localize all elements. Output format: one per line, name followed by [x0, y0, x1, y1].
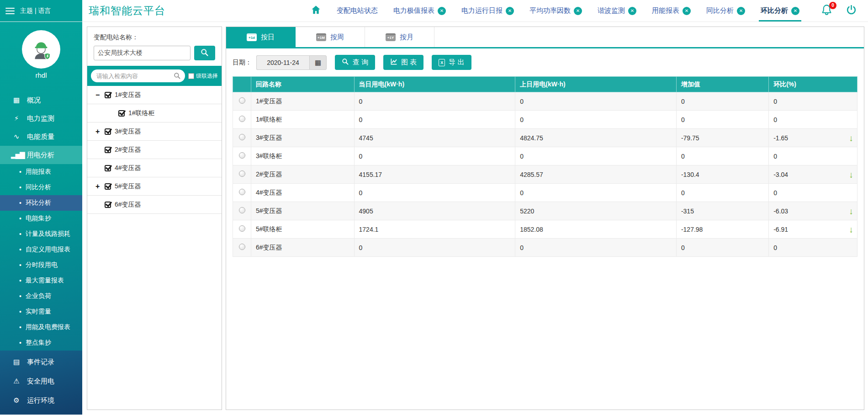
- sidebar-main-item[interactable]: ⚡ 电力监测: [0, 109, 82, 128]
- avatar[interactable]: [22, 30, 60, 69]
- sidebar-main-item[interactable]: ▂▅▇ 用电分析: [0, 146, 82, 164]
- sidebar-sub-item[interactable]: 企业负荷: [0, 288, 82, 304]
- tree-expander-icon[interactable]: +: [95, 128, 105, 136]
- hamburger-menu-icon[interactable]: [5, 8, 15, 14]
- home-button[interactable]: [311, 0, 321, 21]
- row-radio-button[interactable]: [239, 97, 245, 104]
- column-ratio: 环比(%): [769, 77, 857, 92]
- sidebar-main-item[interactable]: ▦ 概况: [0, 91, 82, 109]
- close-icon[interactable]: [574, 7, 582, 15]
- sidebar-sub-item[interactable]: 用能报表: [0, 164, 82, 180]
- cell-delta: -79.75: [676, 129, 768, 147]
- close-icon[interactable]: [737, 7, 745, 15]
- cell-ratio: 0: [769, 92, 857, 111]
- cell-ratio: 0: [769, 239, 857, 257]
- sidebar-bottom-item[interactable]: ▤ 事件记录: [0, 352, 82, 372]
- date-input[interactable]: 2020-11-24: [256, 55, 309, 70]
- tree-node[interactable]: − 1#变压器: [87, 86, 222, 104]
- close-icon[interactable]: [791, 7, 799, 15]
- tree-checkbox-checked-icon[interactable]: [118, 110, 125, 117]
- bell-icon: [820, 10, 833, 17]
- tree-checkbox-checked-icon[interactable]: [105, 165, 111, 171]
- sidebar-bottom-item[interactable]: ⚙ 运行环境: [0, 391, 82, 410]
- close-icon[interactable]: [506, 7, 514, 15]
- down-arrow-icon: [849, 225, 854, 234]
- cascade-checkbox[interactable]: [188, 73, 194, 79]
- tree-checkbox-checked-icon[interactable]: [105, 202, 111, 208]
- tree-node[interactable]: + 3#变压器: [87, 122, 222, 141]
- sidebar-sub-item[interactable]: 电能集抄: [0, 211, 82, 226]
- theme-language-menu[interactable]: 主题 | 语言: [20, 7, 51, 15]
- row-radio-button[interactable]: [239, 116, 245, 122]
- sidebar-bottom-section: ▤ 事件记录 ⚠ 安全用电 ⚙ 运行环境: [0, 351, 82, 415]
- row-radio-button[interactable]: [239, 134, 245, 140]
- tree-node[interactable]: 6#变压器: [87, 196, 222, 214]
- topbar: 主题 | 语言 瑞和智能云平台 变配电站状态 电力极值报表 电力运行日报: [0, 0, 868, 22]
- cell-delta: 0: [676, 92, 768, 111]
- row-radio-button[interactable]: [239, 170, 245, 177]
- sidebar-sub-item[interactable]: 整点集抄: [0, 335, 82, 351]
- row-radio-button[interactable]: [239, 152, 245, 159]
- sidebar-sub-item[interactable]: 计量及线路损耗: [0, 226, 82, 242]
- cell-ratio: -6.03: [769, 202, 857, 220]
- page-title: 瑞和智能云平台: [89, 0, 165, 21]
- station-search-button[interactable]: [194, 46, 215, 60]
- cell-circuit-name: 6#变压器: [251, 239, 355, 257]
- period-tab[interactable]: +1M 按周: [296, 27, 365, 47]
- nav-tab[interactable]: 平均功率因数: [529, 0, 582, 21]
- nav-tab[interactable]: 环比分析: [761, 0, 799, 21]
- cell-delta: -127.98: [676, 220, 768, 239]
- period-tab[interactable]: +1d 按日: [226, 27, 296, 47]
- tree-checkbox-checked-icon[interactable]: [105, 92, 111, 98]
- chart-button[interactable]: 图 表: [383, 55, 423, 70]
- tree-node[interactable]: + 5#变压器: [87, 177, 222, 196]
- sidebar-sub-item[interactable]: 环比分析: [0, 195, 82, 211]
- period-tab[interactable]: +1Y 按月: [365, 27, 434, 47]
- nav-tab-label: 电力极值报表: [393, 6, 434, 15]
- tree-checkbox-checked-icon[interactable]: [105, 183, 111, 190]
- close-icon[interactable]: [438, 7, 446, 15]
- sidebar-sub-item[interactable]: 最大需量报表: [0, 273, 82, 288]
- sidebar-sub-item-label: 电能集抄: [26, 214, 51, 223]
- nav-tab[interactable]: 电力运行日报: [461, 0, 514, 21]
- date-picker-button[interactable]: ▦: [309, 55, 327, 70]
- topbar-actions: 0: [820, 0, 868, 21]
- nav-tab[interactable]: 同比分析: [706, 0, 745, 21]
- cell-delta: 0: [676, 239, 768, 257]
- nav-tab[interactable]: 谐波监测: [598, 0, 636, 21]
- sidebar-sub-item[interactable]: 用能及电费报表: [0, 319, 82, 335]
- tree-node[interactable]: 2#变压器: [87, 141, 222, 159]
- logout-button[interactable]: [846, 4, 857, 17]
- tree-expander-icon[interactable]: +: [95, 182, 105, 191]
- row-radio-button[interactable]: [239, 189, 245, 195]
- tree-search-input[interactable]: [91, 69, 185, 82]
- tree-checkbox-checked-icon[interactable]: [105, 147, 111, 153]
- table-row: 3#联络柜 0 0 0 0: [233, 147, 857, 165]
- tree-expander-icon[interactable]: −: [95, 91, 105, 99]
- sidebar-sub-item[interactable]: 自定义用电报表: [0, 242, 82, 257]
- close-icon[interactable]: [628, 7, 636, 15]
- close-icon[interactable]: [683, 7, 691, 15]
- export-button[interactable]: X 导 出: [432, 55, 471, 70]
- nav-tab[interactable]: 用能报表: [652, 0, 691, 21]
- nav-tab[interactable]: 变配电站状态: [337, 0, 378, 21]
- row-radio-button[interactable]: [239, 207, 245, 213]
- station-name-input[interactable]: [94, 46, 191, 60]
- notifications-button[interactable]: 0: [820, 4, 833, 18]
- row-radio-button[interactable]: [239, 244, 245, 250]
- cascade-select-toggle[interactable]: 级联选择: [188, 72, 218, 80]
- sidebar-bottom-item[interactable]: ⚠ 安全用电: [0, 372, 82, 391]
- sidebar-sub-item[interactable]: 分时段用电: [0, 257, 82, 273]
- query-button[interactable]: 查 询: [335, 55, 375, 70]
- sidebar-sub-item[interactable]: 同比分析: [0, 180, 82, 195]
- sidebar-sub-item[interactable]: 实时需量: [0, 304, 82, 319]
- tree-checkbox-checked-icon[interactable]: [105, 128, 111, 135]
- sidebar-item-label: 电力监测: [27, 114, 54, 123]
- sidebar-main-item[interactable]: ∿ 电能质量: [0, 128, 82, 146]
- tree-node[interactable]: 4#变压器: [87, 159, 222, 177]
- nav-tab[interactable]: 电力极值报表: [393, 0, 446, 21]
- cell-ratio: 0: [769, 184, 857, 202]
- sidebar-item-label: 安全用电: [27, 377, 54, 386]
- row-radio-button[interactable]: [239, 225, 245, 232]
- tree-node[interactable]: 1#联络柜: [87, 104, 222, 122]
